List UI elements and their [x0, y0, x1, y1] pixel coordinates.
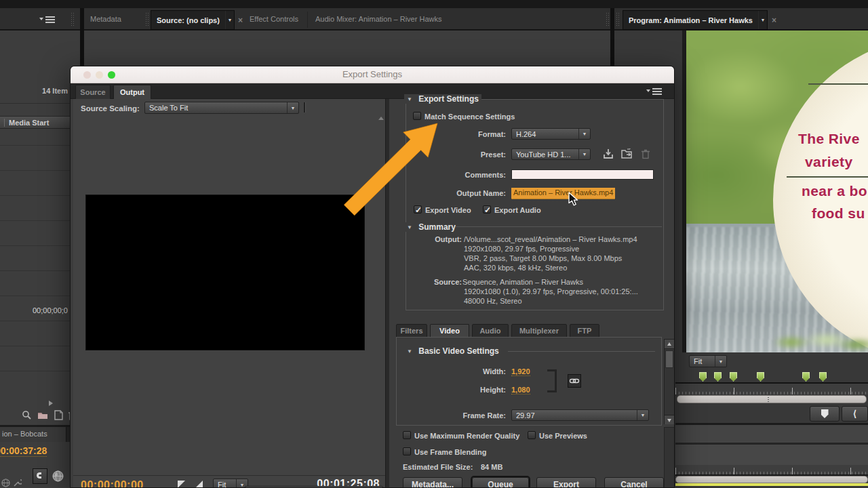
timeline-track[interactable]	[675, 425, 868, 443]
in-point-icon[interactable]	[178, 481, 185, 488]
program-ruler[interactable]	[675, 384, 868, 394]
globe-icon[interactable]	[52, 470, 64, 483]
scroll-down-button[interactable]	[665, 415, 674, 424]
preview-zoom-select[interactable]: Fit	[213, 479, 248, 488]
preset-select[interactable]: YouTube HD 1...	[511, 148, 591, 160]
video-caption-line-4: food su	[812, 205, 865, 222]
chapter-marker[interactable]	[819, 372, 827, 382]
summary-source-line: 48000 Hz, Stereo	[464, 297, 522, 305]
grip-handle[interactable]	[616, 13, 620, 26]
match-sequence-checkbox[interactable]	[413, 112, 421, 120]
settings-scrollbar[interactable]	[664, 339, 675, 424]
project-rows[interactable]	[0, 129, 70, 400]
width-value[interactable]: 1,920	[511, 367, 530, 376]
scroll-thumb[interactable]	[665, 350, 673, 368]
import-preset-icon[interactable]	[621, 148, 633, 159]
timeline-scrollbar[interactable]	[675, 476, 868, 483]
grip-handle[interactable]	[145, 13, 149, 26]
save-preset-icon[interactable]	[603, 148, 614, 159]
scroll-up-button[interactable]	[665, 340, 674, 349]
chapter-marker[interactable]	[757, 372, 764, 382]
grip-handle[interactable]	[71, 13, 75, 26]
panel-menu-icon[interactable]	[646, 87, 663, 96]
tab-effect-controls[interactable]: Effect Controls	[250, 15, 298, 23]
program-zoom-select[interactable]: Fit	[689, 355, 727, 367]
tab-audio-label: Audio	[479, 327, 500, 335]
use-frame-blending-checkbox[interactable]	[403, 447, 411, 455]
tab-dialog-output[interactable]: Output	[113, 85, 151, 99]
search-icon[interactable]	[22, 410, 32, 420]
scroll-right-arrow-icon[interactable]	[49, 401, 53, 406]
height-value[interactable]: 1,080	[511, 386, 530, 394]
edit-point-button[interactable]: ⟨	[842, 406, 868, 422]
comments-input[interactable]	[511, 169, 654, 180]
chevron-down-icon	[578, 149, 590, 159]
grip-handle[interactable]	[606, 13, 610, 26]
basic-video-settings-header[interactable]: Basic Video Settings	[404, 346, 502, 356]
out-point-icon[interactable]	[195, 481, 203, 488]
chevron-down-icon[interactable]	[758, 11, 767, 29]
panel-menu-icon[interactable]	[39, 16, 56, 24]
tab-ftp[interactable]: FTP	[570, 324, 599, 338]
cancel-button[interactable]: Cancel	[604, 477, 664, 488]
tab-multiplexer[interactable]: Multiplexer	[511, 324, 567, 338]
tab-dialog-source[interactable]: Source	[75, 85, 111, 99]
bracket-icon: ⟨	[853, 409, 856, 419]
chevron-down-icon[interactable]	[225, 11, 234, 29]
globe-icon[interactable]	[1, 479, 10, 487]
program-scrollbar[interactable]	[677, 395, 867, 403]
close-icon[interactable]	[238, 14, 243, 26]
tab-timeline-bobcats[interactable]: ion – Bobcats	[0, 427, 66, 442]
tab-source-monitor[interactable]: Source: (no clips)	[151, 10, 235, 30]
summary-header[interactable]: Summary	[404, 222, 458, 232]
scroll-up-arrow-icon[interactable]	[378, 117, 384, 120]
export-button[interactable]: Export	[536, 477, 596, 488]
queue-button[interactable]: Queue	[472, 477, 529, 488]
delete-preset-icon[interactable]	[641, 148, 650, 159]
preset-value: YouTube HD 1...	[512, 149, 578, 159]
add-marker-button[interactable]	[810, 406, 840, 422]
scrollbar-grip[interactable]	[768, 397, 773, 403]
tab-audio-mixer[interactable]: Audio Mixer: Animation – River Hawks	[315, 15, 441, 23]
output-name-link[interactable]: Animation – River Hawks.mp4	[511, 188, 615, 199]
export-settings-header[interactable]: Export Settings	[404, 94, 481, 104]
dialog-title-bar[interactable]: Export Settings	[71, 66, 674, 83]
preview-frame[interactable]	[85, 195, 365, 350]
wrench-icon[interactable]	[13, 479, 22, 487]
export-audio-checkbox[interactable]	[483, 205, 491, 214]
use-max-render-checkbox[interactable]	[403, 431, 411, 439]
bin-icon[interactable]	[37, 410, 48, 420]
use-previews-checkbox[interactable]	[528, 431, 536, 439]
link-toggle-button[interactable]	[568, 374, 581, 388]
column-divider[interactable]	[4, 119, 5, 127]
tab-metadata[interactable]: Metadata	[90, 15, 121, 23]
current-timecode[interactable]: 00:00:00:00	[81, 479, 144, 488]
timeline-ruler[interactable]	[675, 465, 868, 474]
frame-rate-select[interactable]: 29.97	[511, 409, 649, 421]
scroll-up-icon	[667, 342, 671, 346]
chapter-marker[interactable]	[699, 372, 707, 382]
tab-filters[interactable]: Filters	[396, 324, 427, 338]
source-scaling-select[interactable]: Scale To Fit	[144, 102, 299, 114]
settings-scroll-track[interactable]	[664, 427, 675, 488]
tab-program-monitor[interactable]: Program: Animation – River Hawks	[623, 10, 768, 30]
tab-dialog-source-label: Source	[80, 88, 105, 96]
video-rule-line	[808, 83, 868, 85]
estimated-file-size-label: Estimated File Size:	[403, 463, 473, 471]
column-header-media-start[interactable]: Media Start	[0, 116, 70, 129]
frame-rate-label: Frame Rate:	[403, 411, 506, 420]
snap-button[interactable]	[33, 468, 47, 484]
timeline-track[interactable]	[675, 445, 868, 465]
format-select[interactable]: H.264	[511, 128, 591, 140]
chapter-marker[interactable]	[730, 372, 737, 382]
summary-header-line	[456, 226, 662, 227]
new-item-icon[interactable]	[54, 410, 64, 420]
chapter-marker[interactable]	[802, 372, 810, 382]
close-icon[interactable]	[772, 14, 776, 26]
tab-video[interactable]: Video	[430, 324, 469, 338]
metadata-button[interactable]: Metadata...	[403, 477, 462, 488]
chapter-marker[interactable]	[714, 372, 722, 382]
export-video-checkbox[interactable]	[414, 205, 422, 214]
tab-audio[interactable]: Audio	[472, 324, 509, 338]
timeline-timecode[interactable]: 00:00:37:28	[0, 445, 47, 457]
